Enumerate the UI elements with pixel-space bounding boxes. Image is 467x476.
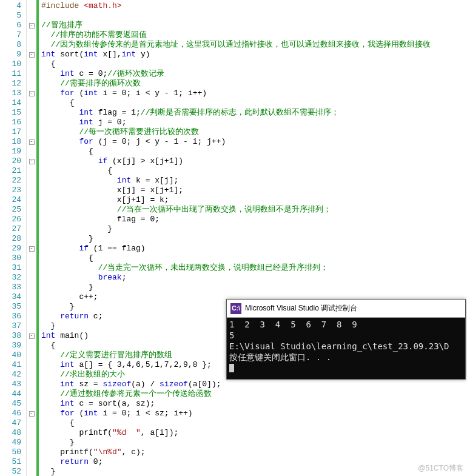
fold-toggle (27, 234, 36, 244)
code-line[interactable]: //因为数组传参传来的是首元素地址，这里我可以通过指针接收，也可以通过数组来接收… (41, 40, 467, 50)
fold-toggle (27, 467, 36, 476)
code-line[interactable]: //当在一次循环中出现了两数交换，说明数组不是升序排列； (41, 205, 467, 215)
fold-toggle (27, 389, 36, 399)
console-titlebar[interactable]: C:\ Microsoft Visual Studio 调试控制台 (227, 300, 465, 318)
fold-toggle[interactable]: - (27, 331, 36, 341)
fold-toggle[interactable]: - (27, 89, 36, 98)
fold-minus-icon[interactable]: - (29, 23, 35, 28)
fold-minus-icon[interactable]: - (29, 52, 35, 58)
code-line[interactable]: if (x[j] > x[j+1]) (41, 156, 467, 166)
code-line[interactable]: } (41, 224, 467, 234)
code-line[interactable]: int j = 0; (41, 118, 467, 127)
line-number: 23 (0, 186, 21, 195)
code-line[interactable]: { (41, 59, 467, 69)
line-number: 29 (0, 244, 21, 253)
console-title: Microsoft Visual Studio 调试控制台 (245, 303, 357, 313)
code-line[interactable]: int sz = sizeof(a) / sizeof(a[0]); (41, 380, 467, 389)
code-line[interactable]: int c = sort(a, sz); (41, 399, 467, 409)
line-number: 45 (0, 399, 21, 409)
line-number: 47 (0, 418, 21, 428)
console-icon: C:\ (230, 303, 241, 314)
fold-toggle (27, 205, 36, 215)
code-line[interactable]: { (41, 418, 467, 428)
code-line[interactable]: printf("\n%d", c); (41, 448, 467, 457)
code-line[interactable]: //需要排序的循环次数 (41, 79, 467, 89)
fold-toggle (27, 283, 36, 292)
debug-console-window[interactable]: C:\ Microsoft Visual Studio 调试控制台 1 2 3 … (226, 299, 466, 380)
fold-minus-icon[interactable]: - (29, 246, 35, 252)
line-number: 18 (0, 137, 21, 147)
fold-column[interactable]: -------- (27, 0, 36, 476)
fold-minus-icon[interactable]: - (29, 411, 35, 417)
code-area[interactable]: #include <math.h>//冒泡排序 //排序的功能不需要返回值 //… (39, 0, 467, 476)
line-number: 35 (0, 302, 21, 312)
code-line[interactable]: if (1 == flag) (41, 244, 467, 253)
code-line[interactable]: //通过数组传参将元素一个一个传送给函数 (41, 389, 467, 399)
fold-toggle (27, 186, 36, 195)
code-line[interactable]: break; (41, 273, 467, 283)
code-line[interactable]: } (41, 467, 467, 476)
code-line[interactable]: { (41, 166, 467, 176)
code-line[interactable]: for (j = 0; j < y - 1 - i; j++) (41, 137, 467, 147)
code-line[interactable]: { (41, 253, 467, 263)
fold-toggle (27, 127, 36, 137)
fold-toggle[interactable]: - (27, 137, 36, 147)
code-line[interactable]: } (41, 234, 467, 244)
code-line[interactable]: return 0; (41, 457, 467, 467)
code-line[interactable]: //当走完一次循环，未出现两数交换，说明数组已经是升序排列； (41, 263, 467, 273)
fold-minus-icon[interactable]: - (29, 91, 35, 96)
fold-toggle (27, 370, 36, 380)
code-line[interactable]: //冒泡排序 (41, 21, 467, 30)
code-line[interactable]: int sort(int x[],int y) (41, 50, 467, 59)
fold-toggle (27, 195, 36, 205)
fold-minus-icon[interactable]: - (29, 334, 35, 339)
line-number: 10 (0, 59, 21, 69)
line-number: 28 (0, 234, 21, 244)
code-line[interactable]: #include <math.h> (41, 1, 467, 11)
code-line[interactable]: flag = 0; (41, 215, 467, 224)
code-line[interactable]: { (41, 98, 467, 108)
code-line[interactable]: for (int i = 0; i < sz; i++) (41, 409, 467, 418)
fold-toggle (27, 428, 36, 438)
fold-toggle (27, 11, 36, 21)
fold-toggle (27, 418, 36, 428)
fold-toggle (27, 108, 36, 118)
fold-minus-icon[interactable]: - (29, 159, 35, 164)
fold-toggle (27, 292, 36, 302)
fold-toggle (27, 69, 36, 79)
line-number: 17 (0, 127, 21, 137)
code-line[interactable]: //排序的功能不需要返回值 (41, 30, 467, 40)
fold-toggle (27, 312, 36, 321)
code-line[interactable]: //每一次循环需要进行比较的次数 (41, 127, 467, 137)
fold-toggle (27, 79, 36, 89)
code-line[interactable]: int k = x[j]; (41, 176, 467, 186)
fold-minus-icon[interactable]: - (29, 139, 35, 145)
fold-toggle[interactable]: - (27, 156, 36, 166)
fold-toggle (27, 166, 36, 176)
fold-toggle[interactable]: - (27, 244, 36, 253)
code-line[interactable]: x[j+1] = k; (41, 195, 467, 205)
line-number: 44 (0, 389, 21, 399)
code-line[interactable]: { (41, 147, 467, 156)
line-number-gutter: 4567891011121314151617181920212223242526… (0, 0, 27, 476)
code-line[interactable]: x[j] = x[j+1]; (41, 186, 467, 195)
line-number: 12 (0, 79, 21, 89)
fold-toggle[interactable]: - (27, 409, 36, 418)
code-line[interactable]: } (41, 283, 467, 292)
code-line[interactable]: for (int i = 0; i < y - 1; i++) (41, 89, 467, 98)
code-line[interactable] (41, 11, 467, 21)
code-editor[interactable]: 4567891011121314151617181920212223242526… (0, 0, 467, 476)
fold-toggle[interactable]: - (27, 21, 36, 30)
line-number: 24 (0, 195, 21, 205)
code-line[interactable]: int c = 0;//循环次数记录 (41, 69, 467, 79)
line-number: 15 (0, 108, 21, 118)
fold-toggle (27, 1, 36, 11)
line-number: 7 (0, 30, 21, 40)
code-line[interactable]: } (41, 438, 467, 448)
fold-toggle[interactable]: - (27, 50, 36, 59)
console-output-line: 1 2 3 4 5 6 7 8 9 (229, 319, 463, 330)
code-line[interactable]: printf("%d ", a[i]); (41, 428, 467, 438)
code-line[interactable]: int flag = 1;//判断是否需要排序的标志，此时默认数组不需要排序； (41, 108, 467, 118)
fold-toggle (27, 438, 36, 448)
fold-toggle (27, 263, 36, 273)
